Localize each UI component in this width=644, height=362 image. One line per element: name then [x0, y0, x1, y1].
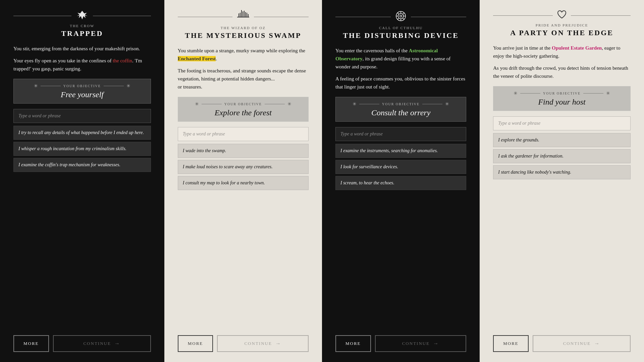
- asterisk-l3: ✳: [353, 101, 357, 107]
- suggestion-4-3[interactable]: I start dancing like nobody's watching.: [493, 165, 631, 179]
- asterisk-r4: ✳: [606, 90, 610, 96]
- story-text-4: You arrive just in time at the Opulent E…: [493, 44, 631, 80]
- panel-crow: The Crow Trapped You stir, emerging from…: [0, 0, 164, 362]
- story-text-3: You enter the cavernous halls of the Ast…: [335, 47, 466, 91]
- suggestion-2-3[interactable]: I consult my map to look for a nearby to…: [178, 176, 309, 190]
- continue-label-1: CONTINUE: [83, 341, 111, 346]
- objective-text-2: Explore the forest: [215, 108, 272, 117]
- svg-rect-3: [245, 12, 246, 17]
- continue-button-2[interactable]: CONTINUE →: [217, 335, 309, 352]
- more-button-4[interactable]: MORE: [493, 335, 529, 352]
- objective-text-3: Consult the orrery: [371, 108, 430, 117]
- divider-left-3: [335, 17, 391, 17]
- objective-label-2: YOUR OBJECTIVE: [224, 102, 262, 106]
- highlight-enchanted: Enchanted Forest: [178, 56, 216, 61]
- continue-button-4[interactable]: CONTINUE →: [533, 335, 631, 352]
- obj-line-r1: [104, 86, 124, 86]
- objective-text-1: Free yourself: [61, 90, 104, 99]
- story-text-1: You stir, emerging from the darkness of …: [13, 45, 151, 73]
- game-subtitle-2: The Wizard of Oz: [221, 26, 266, 30]
- obj-line-l1: [41, 86, 61, 86]
- suggestion-4-1[interactable]: I explore the grounds.: [493, 133, 631, 147]
- divider-row-1: [13, 10, 151, 22]
- highlight-coffin: the coffin: [113, 58, 132, 63]
- panel-wizard: The Wizard of Oz The Mysterious Swamp Yo…: [164, 0, 322, 362]
- svg-line-19: [397, 18, 399, 19]
- continue-button-3[interactable]: CONTINUE →: [375, 335, 467, 352]
- suggestion-3-1[interactable]: I examine the instruments, searching for…: [335, 144, 466, 158]
- objective-label-row-2: ✳ YOUR OBJECTIVE ✳: [183, 101, 303, 107]
- game-subtitle-1: The Crow: [70, 24, 94, 28]
- divider-right-2: [254, 17, 309, 17]
- suggestions-1: I try to recall any details of what happ…: [13, 126, 151, 330]
- objective-text-4: Find your host: [538, 98, 585, 107]
- bottom-buttons-3: MORE CONTINUE →: [335, 330, 466, 352]
- suggestion-2-2[interactable]: I make loud noises to scare away any cre…: [178, 160, 309, 174]
- continue-arrow-3: →: [433, 341, 439, 347]
- panel-header-4: Pride and Prejudice A Party on the Edge: [493, 10, 631, 37]
- objective-box-1: ✳ YOUR OBJECTIVE ✳ Free yourself: [13, 79, 151, 104]
- objective-box-3: ✳ YOUR OBJECTIVE ✳ Consult the orrery: [335, 97, 466, 122]
- game-title-4: A Party on the Edge: [510, 28, 613, 37]
- phrase-input-3[interactable]: [335, 127, 466, 141]
- cthulhu-icon: [395, 10, 407, 24]
- divider-right-3: [411, 17, 466, 17]
- continue-button-1[interactable]: CONTINUE →: [53, 335, 151, 352]
- heart-icon: [557, 10, 567, 21]
- divider-right-1: [93, 16, 151, 16]
- suggestions-3: I examine the instruments, searching for…: [335, 144, 466, 330]
- more-button-1[interactable]: MORE: [13, 335, 49, 352]
- panel-header-1: The Crow Trapped: [13, 10, 151, 38]
- continue-arrow-1: →: [114, 341, 120, 347]
- suggestions-2: I wade into the swamp. I make loud noise…: [178, 144, 309, 330]
- asterisk-r3: ✳: [445, 101, 449, 107]
- obj-line-r3: [422, 104, 442, 104]
- svg-rect-0: [241, 10, 242, 17]
- continue-label-3: CONTINUE: [402, 341, 430, 346]
- divider-right-4: [571, 15, 631, 16]
- crow-icon: [75, 10, 89, 22]
- asterisk-r1: ✳: [126, 83, 130, 89]
- phrase-input-1[interactable]: [13, 109, 151, 123]
- suggestion-1-2[interactable]: I whisper a rough incantation from my cr…: [13, 142, 151, 156]
- svg-rect-4: [240, 13, 240, 17]
- svg-rect-8: [237, 17, 249, 17]
- suggestion-1-3[interactable]: I examine the coffin's trap mechanism fo…: [13, 158, 151, 172]
- bottom-buttons-2: MORE CONTINUE →: [178, 330, 309, 352]
- panel-header-3: Call of Cthulhu The Disturbing Device: [335, 10, 466, 40]
- svg-point-11: [400, 15, 402, 17]
- asterisk-l4: ✳: [514, 90, 518, 96]
- divider-row-4: [493, 10, 631, 21]
- suggestion-3-2[interactable]: I look for surveillance devices.: [335, 160, 466, 174]
- game-title-2: The Mysterious Swamp: [185, 31, 301, 40]
- phrase-input-2[interactable]: [178, 127, 309, 141]
- obj-line-l2: [202, 104, 222, 104]
- suggestion-1-1[interactable]: I try to recall any details of what happ…: [13, 126, 151, 140]
- bottom-buttons-1: MORE CONTINUE →: [13, 330, 151, 352]
- game-subtitle-4: Pride and Prejudice: [536, 23, 588, 27]
- svg-line-16: [397, 13, 399, 14]
- objective-label-row-1: ✳ YOUR OBJECTIVE ✳: [19, 83, 145, 89]
- story-text-2: You stumble upon a strange, murky swamp …: [178, 47, 309, 91]
- objective-label-4: YOUR OBJECTIVE: [543, 92, 581, 95]
- divider-row-3: [335, 10, 466, 24]
- phrase-input-4[interactable]: [493, 116, 631, 130]
- more-button-3[interactable]: MORE: [335, 335, 371, 352]
- svg-rect-2: [244, 11, 245, 17]
- panel-cthulhu: Call of Cthulhu The Disturbing Device Yo…: [322, 0, 480, 362]
- asterisk-l1: ✳: [34, 83, 38, 89]
- wizard-icon: [236, 10, 250, 24]
- more-button-2[interactable]: MORE: [178, 335, 213, 352]
- panel-header-2: The Wizard of Oz The Mysterious Swamp: [178, 10, 309, 40]
- suggestion-4-2[interactable]: I ask the gardener for information.: [493, 149, 631, 163]
- suggestion-3-3[interactable]: I scream, to hear the echoes.: [335, 176, 466, 190]
- continue-label-4: CONTINUE: [563, 341, 591, 346]
- divider-left-2: [178, 17, 232, 17]
- divider-left-4: [493, 15, 553, 16]
- continue-arrow-4: →: [594, 341, 600, 347]
- continue-label-2: CONTINUE: [244, 341, 272, 346]
- suggestion-2-1[interactable]: I wade into the swamp.: [178, 144, 309, 158]
- svg-rect-5: [238, 13, 239, 17]
- asterisk-l2: ✳: [195, 101, 199, 107]
- objective-box-2: ✳ YOUR OBJECTIVE ✳ Explore the forest: [178, 97, 309, 122]
